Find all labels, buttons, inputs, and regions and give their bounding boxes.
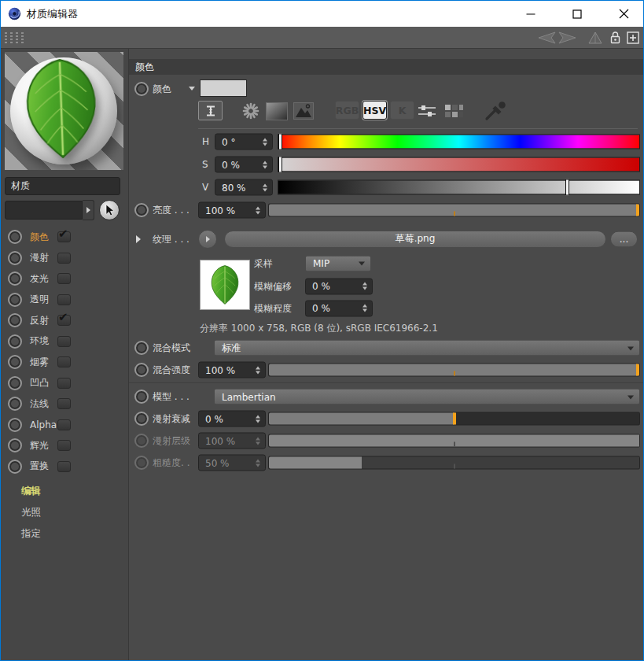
model-radio[interactable] (134, 390, 149, 404)
channel-checkbox[interactable] (57, 378, 71, 389)
swatches-button[interactable] (442, 101, 466, 121)
lock-icon[interactable] (609, 31, 621, 44)
mixer-button[interactable] (415, 101, 439, 121)
channel-checkbox[interactable] (57, 253, 71, 264)
channel-item-reflectance[interactable]: 反射 ✔ (1, 310, 128, 331)
channel-checkbox[interactable] (57, 440, 71, 451)
spinner-arrows-icon[interactable] (362, 305, 367, 312)
mix-strength-slider[interactable] (268, 364, 640, 377)
channel-radio[interactable] (8, 271, 22, 286)
mix-mode-radio[interactable] (134, 341, 149, 355)
mix-strength-spinner[interactable]: 100 % (198, 362, 266, 379)
eyedropper-button[interactable] (481, 101, 508, 121)
material-preview[interactable] (5, 52, 123, 170)
filter-expand-button[interactable] (83, 200, 94, 220)
page-item-assign[interactable]: 指定 (1, 523, 128, 544)
material-filter-input[interactable] (5, 201, 83, 220)
channel-item-displacement[interactable]: 置换 (1, 456, 128, 478)
spinner-arrows-icon[interactable] (256, 206, 260, 214)
channel-checkbox[interactable] (57, 398, 71, 409)
channel-radio[interactable] (8, 230, 22, 244)
minimize-button[interactable] (513, 1, 549, 27)
blur-offset-spinner[interactable]: 0 % (305, 278, 373, 294)
history-back-forward-icon[interactable] (535, 31, 581, 45)
hue-slider-handle[interactable] (278, 134, 282, 150)
image-picker-button[interactable] (292, 101, 315, 121)
color-radio[interactable] (134, 82, 149, 96)
material-name-field[interactable] (5, 177, 120, 195)
hue-slider[interactable] (278, 135, 640, 150)
channel-checkbox[interactable] (57, 294, 71, 305)
channel-radio[interactable] (8, 418, 22, 432)
channel-checkbox[interactable] (57, 336, 71, 347)
channel-item-bump[interactable]: 凹凸 (1, 373, 128, 394)
mix-mode-dropdown[interactable]: 标准 (214, 340, 640, 356)
color-swatch[interactable] (200, 79, 247, 97)
pyramid-icon[interactable] (587, 31, 604, 45)
add-panel-icon[interactable] (627, 31, 639, 44)
spinner-arrows-icon[interactable] (256, 415, 260, 423)
s-spinner[interactable]: 0 % (215, 157, 273, 173)
channel-radio[interactable] (8, 293, 22, 307)
model-dropdown[interactable]: Lambertian (214, 389, 640, 405)
channel-radio[interactable] (8, 355, 22, 369)
v-spinner[interactable]: 80 % (215, 179, 273, 196)
expand-arrow-icon[interactable] (136, 235, 141, 243)
slider-handle[interactable] (453, 413, 456, 425)
page-item-illumination[interactable]: 光照 (1, 501, 128, 523)
channel-item-glow[interactable]: 辉光 (1, 435, 128, 456)
channel-item-color[interactable]: 颜色 ✔ (1, 227, 128, 248)
channel-item-fog[interactable]: 烟雾 (1, 352, 128, 373)
spectrum-button[interactable] (266, 101, 288, 121)
channel-checkbox[interactable] (57, 273, 71, 284)
channel-checkbox[interactable] (57, 419, 71, 430)
toolbar-grip-handle[interactable] (3, 31, 25, 44)
mode-hsv-button[interactable]: HSV (362, 101, 387, 120)
value-slider[interactable] (278, 180, 640, 195)
channel-item-environment[interactable]: 环境 (1, 331, 128, 353)
channel-item-normal[interactable]: 法线 (1, 393, 128, 415)
sampling-dropdown[interactable]: MIP (305, 255, 371, 271)
blur-strength-spinner[interactable]: 0 % (305, 300, 373, 316)
texture-filename-button[interactable]: 草莓.png (224, 231, 606, 248)
page-item-editor[interactable]: 编辑 (1, 480, 128, 501)
close-button[interactable] (605, 1, 642, 27)
spinner-arrows-icon[interactable] (263, 161, 267, 168)
channel-item-alpha[interactable]: Alpha (1, 415, 128, 436)
diffuse-falloff-radio[interactable] (134, 412, 149, 426)
channel-item-diffusion[interactable]: 漫射 (1, 248, 128, 269)
pick-material-button[interactable] (99, 200, 120, 220)
channel-radio[interactable] (8, 376, 22, 390)
mode-k-button[interactable]: K (390, 101, 414, 120)
maximize-button[interactable] (559, 1, 595, 27)
diffuse-falloff-slider[interactable] (268, 412, 640, 426)
channel-radio[interactable] (8, 438, 22, 452)
channel-checkbox[interactable] (57, 356, 71, 367)
chevron-down-icon[interactable] (189, 87, 195, 90)
spinner-arrows-icon[interactable] (362, 282, 367, 290)
channel-radio[interactable] (8, 460, 22, 474)
spinner-arrows-icon[interactable] (263, 183, 267, 191)
channel-radio[interactable] (8, 397, 22, 411)
diffuse-falloff-spinner[interactable]: 0 % (198, 411, 266, 427)
texture-options-button[interactable] (198, 230, 217, 249)
mode-rgb-button[interactable]: RGB (335, 101, 359, 120)
brightness-spinner[interactable]: 100 % (198, 202, 266, 219)
channel-checkbox[interactable] (57, 461, 71, 472)
channel-radio[interactable] (8, 334, 22, 349)
channel-item-luminance[interactable]: 发光 (1, 268, 128, 290)
spinner-arrows-icon[interactable] (256, 366, 260, 374)
brightness-slider[interactable] (268, 204, 640, 217)
h-spinner[interactable]: 0 ° (215, 134, 273, 150)
saturation-slider-handle[interactable] (278, 157, 282, 173)
channel-item-transparency[interactable]: 透明 (1, 290, 128, 311)
compact-view-button[interactable] (198, 101, 223, 120)
brightness-radio[interactable] (134, 203, 149, 217)
browse-texture-button[interactable]: ... (610, 231, 638, 247)
mix-strength-radio[interactable] (134, 363, 149, 377)
value-slider-handle[interactable] (565, 179, 569, 196)
channel-radio[interactable] (8, 313, 22, 327)
channel-radio[interactable] (8, 251, 22, 265)
saturation-slider[interactable] (278, 157, 640, 172)
color-wheel-button[interactable] (239, 101, 263, 121)
